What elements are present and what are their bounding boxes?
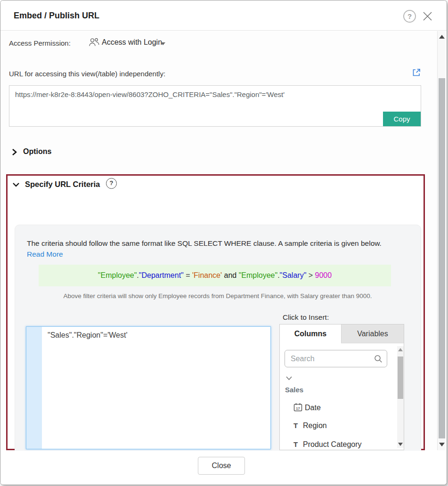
svg-text:17: 17	[296, 406, 300, 411]
criteria-input[interactable]: "Sales"."Region"='West'	[42, 327, 270, 449]
column-item-label: Region	[303, 421, 327, 429]
chevron-right-icon[interactable]	[11, 148, 17, 156]
sample-criteria-caption: Above filter criteria will show only Emp…	[15, 292, 420, 300]
editor-gutter	[26, 327, 42, 449]
access-permission-dropdown[interactable]: Access with Login	[102, 38, 162, 47]
column-item-date[interactable]: 17Date	[293, 403, 321, 413]
chevron-down-icon[interactable]	[12, 181, 20, 188]
options-section-toggle[interactable]: Options	[23, 147, 51, 156]
users-icon	[88, 37, 100, 48]
criteria-token: "Employee"	[98, 271, 137, 279]
criteria-token: and	[222, 271, 239, 279]
access-permission-label: Access Permission:	[9, 39, 71, 47]
scroll-down-icon[interactable]	[439, 443, 445, 446]
criteria-token: "Department"	[139, 271, 184, 279]
tree-group-sales[interactable]: Sales	[285, 386, 303, 394]
criteria-editor: "Sales"."Region"='West'	[26, 326, 271, 449]
criteria-help-icon[interactable]: ?	[106, 178, 117, 189]
scroll-up-icon[interactable]	[439, 35, 445, 39]
insert-panel: Columns Variables	[279, 324, 404, 450]
view-url-text[interactable]: https://mer-k8r2e-8:8443/open-view/8603?…	[15, 90, 411, 98]
criteria-token: "Salary"	[280, 271, 307, 279]
dialog-help-icon[interactable]: ?	[403, 10, 416, 23]
dialog-footer: Close	[0, 451, 447, 485]
panel-scrollbar-thumb[interactable]	[398, 356, 403, 399]
column-item-region[interactable]: TRegion	[293, 421, 327, 432]
copy-button[interactable]: Copy	[383, 112, 421, 126]
open-in-new-tab-icon[interactable]	[412, 68, 421, 77]
criteria-section-title[interactable]: Specify URL Criteria	[25, 180, 100, 189]
text-icon: T	[293, 421, 303, 429]
search-input[interactable]	[285, 350, 387, 367]
panel-scrollbar[interactable]	[397, 346, 404, 448]
criteria-token: 9000	[315, 271, 332, 279]
criteria-content-box: The criteria should follow the same form…	[15, 225, 421, 476]
view-url-box: https://mer-k8r2e-8:8443/open-view/8603?…	[9, 85, 421, 127]
url-label: URL for accessing this view(/table) inde…	[9, 70, 165, 78]
read-more-link[interactable]: Read More	[27, 250, 63, 259]
sample-criteria: "Employee"."Department" = 'Finance' and …	[39, 265, 391, 286]
tab-variables[interactable]: Variables	[341, 324, 404, 343]
search-icon	[374, 354, 383, 364]
dialog-scrollbar-thumb[interactable]	[439, 78, 445, 438]
date-icon: 17	[293, 403, 305, 412]
column-item-product-category[interactable]: TProduct Category	[293, 440, 362, 451]
dialog-body: Access Permission: Access with Login URL…	[0, 31, 437, 450]
close-button[interactable]: Close	[198, 457, 245, 475]
scroll-down-icon[interactable]	[398, 443, 403, 446]
column-item-label: Date	[305, 404, 321, 412]
criteria-token: =	[184, 271, 192, 279]
text-icon: T	[293, 440, 303, 448]
dialog-scrollbar[interactable]	[437, 31, 446, 450]
chevron-down-icon[interactable]	[285, 375, 293, 381]
chevron-down-icon	[161, 42, 165, 45]
criteria-token: "Employee"	[239, 271, 278, 279]
dialog-title: Embed / Publish URL	[14, 11, 99, 21]
dialog-header: Embed / Publish URL ?	[0, 0, 447, 31]
criteria-token: >	[306, 271, 315, 279]
tab-columns[interactable]: Columns	[280, 324, 341, 343]
embed-publish-dialog: Embed / Publish URL ? Access Permission:…	[0, 0, 447, 485]
close-icon[interactable]	[421, 10, 434, 23]
criteria-token: 'Finance'	[192, 271, 222, 279]
column-item-label: Product Category	[303, 440, 362, 448]
column-search	[285, 350, 387, 367]
criteria-description: The criteria should follow the same form…	[27, 239, 413, 248]
click-to-insert-label: Click to Insert:	[283, 313, 329, 322]
specify-url-criteria-section: Specify URL Criteria ? The criteria shou…	[6, 174, 425, 450]
scroll-up-icon[interactable]	[398, 348, 403, 351]
